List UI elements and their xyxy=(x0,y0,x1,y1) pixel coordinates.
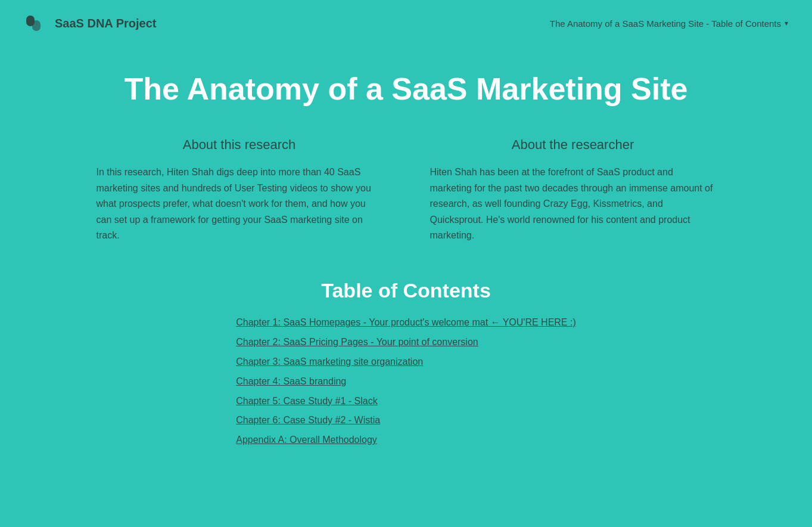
list-item: Chapter 2: SaaS Pricing Pages - Your poi… xyxy=(236,334,576,351)
about-research-body: In this research, Hiten Shah digs deep i… xyxy=(97,165,382,243)
toc-list: Chapter 1: SaaS Homepages - Your product… xyxy=(236,314,576,451)
list-item: Appendix A: Overall Methodology xyxy=(236,432,576,449)
nav-dropdown[interactable]: The Anatomy of a SaaS Marketing Site - T… xyxy=(550,18,788,29)
toc-section: Table of Contents Chapter 1: SaaS Homepa… xyxy=(97,279,716,451)
logo-text: SaaS DNA Project xyxy=(55,17,156,30)
list-item: Chapter 4: SaaS branding xyxy=(236,373,576,390)
about-researcher-col: About the researcher Hiten Shah has been… xyxy=(430,137,716,243)
about-researcher-heading: About the researcher xyxy=(430,137,716,153)
list-item: Chapter 5: Case Study #1 - Slack xyxy=(236,393,576,410)
about-researcher-body: Hiten Shah has been at the forefront of … xyxy=(430,165,716,243)
list-item: Chapter 3: SaaS marketing site organizat… xyxy=(236,354,576,371)
about-research-col: About this research In this research, Hi… xyxy=(97,137,382,243)
toc-link[interactable]: Chapter 6: Case Study #2 - Wistia xyxy=(236,415,380,425)
two-column-section: About this research In this research, Hi… xyxy=(97,137,716,243)
page-title: The Anatomy of a SaaS Marketing Site xyxy=(97,70,716,107)
header: SaaS DNA Project The Anatomy of a SaaS M… xyxy=(0,0,812,46)
toc-link[interactable]: Chapter 4: SaaS branding xyxy=(236,376,346,386)
toc-title: Table of Contents xyxy=(97,279,716,302)
chevron-down-icon: ▾ xyxy=(785,19,788,27)
logo-area: SaaS DNA Project xyxy=(24,11,156,36)
main-content: The Anatomy of a SaaS Marketing Site Abo… xyxy=(49,46,764,487)
svg-rect-1 xyxy=(32,20,41,31)
list-item: Chapter 1: SaaS Homepages - Your product… xyxy=(236,314,576,331)
nav-dropdown-label: The Anatomy of a SaaS Marketing Site - T… xyxy=(550,18,781,29)
toc-link[interactable]: Appendix A: Overall Methodology xyxy=(236,435,377,445)
toc-link[interactable]: Chapter 5: Case Study #1 - Slack xyxy=(236,396,377,406)
toc-link[interactable]: Chapter 2: SaaS Pricing Pages - Your poi… xyxy=(236,337,478,347)
toc-link[interactable]: Chapter 3: SaaS marketing site organizat… xyxy=(236,356,423,367)
logo-icon xyxy=(24,11,49,36)
list-item: Chapter 6: Case Study #2 - Wistia xyxy=(236,412,576,429)
about-research-heading: About this research xyxy=(97,137,382,153)
toc-link[interactable]: Chapter 1: SaaS Homepages - Your product… xyxy=(236,317,576,327)
